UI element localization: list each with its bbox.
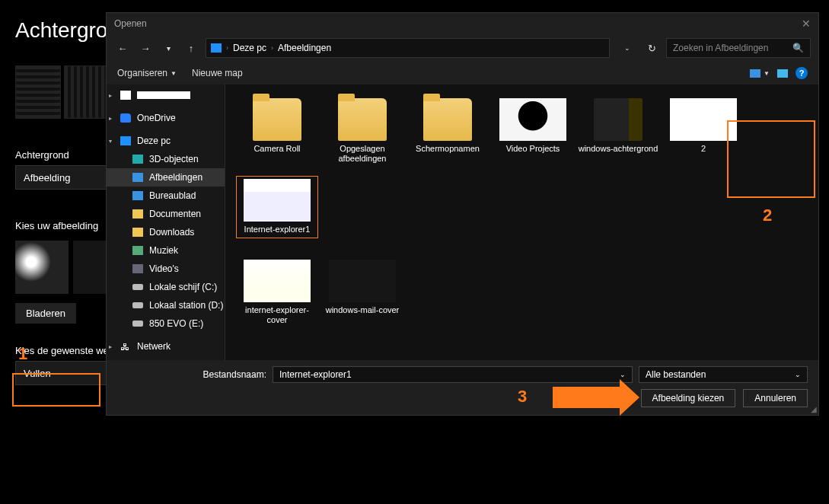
file-open-dialog: Openen ✕ ← → ▾ ↑ › Deze pc › Afbeeldinge… bbox=[106, 12, 819, 416]
image-thumbnail bbox=[244, 179, 311, 222]
nav-recent-button[interactable]: ▾ bbox=[160, 40, 177, 56]
quick-access-icon bbox=[120, 91, 131, 100]
expand-icon: ▸ bbox=[109, 115, 112, 122]
folder-icon bbox=[132, 228, 143, 237]
folder-icon bbox=[338, 98, 387, 141]
sidebar-tree: ▸ ▸OneDrive ▾Deze pc 3D-objecten Afbeeld… bbox=[107, 85, 225, 360]
organize-button[interactable]: Organiseren▼ bbox=[117, 68, 177, 78]
sidebar-3d-objects[interactable]: 3D-objecten bbox=[107, 150, 225, 168]
annotation-arrow-icon bbox=[553, 387, 621, 408]
expand-icon: ▸ bbox=[109, 92, 112, 99]
view-mode-button[interactable]: ▼ bbox=[750, 69, 770, 78]
video-icon bbox=[132, 264, 143, 273]
pc-icon bbox=[211, 43, 222, 53]
path-bar[interactable]: › Deze pc › Afbeeldingen bbox=[206, 38, 610, 58]
preview-pane-icon bbox=[777, 69, 788, 78]
dialog-body: ▸ ▸OneDrive ▾Deze pc 3D-objecten Afbeeld… bbox=[107, 85, 818, 360]
image-item[interactable]: internet-explorer-cover bbox=[236, 257, 318, 328]
folder-icon bbox=[423, 98, 472, 141]
folder-icon bbox=[132, 191, 143, 200]
sidebar-images[interactable]: Afbeeldingen bbox=[107, 168, 225, 187]
browse-button[interactable]: Bladeren bbox=[15, 303, 76, 324]
preview-tile bbox=[15, 65, 61, 119]
chevron-down-icon: ▼ bbox=[171, 70, 177, 77]
close-icon[interactable]: ✕ bbox=[802, 18, 811, 30]
help-icon[interactable]: ? bbox=[796, 67, 808, 79]
sidebar-videos[interactable]: Video's bbox=[107, 260, 225, 278]
file-list: Camera Roll Opgeslagen afbeeldingen Sche… bbox=[225, 85, 818, 360]
path-segment[interactable]: Afbeeldingen bbox=[278, 43, 331, 53]
folder-icon bbox=[132, 209, 143, 219]
drive-icon bbox=[132, 321, 143, 327]
sidebar-downloads[interactable]: Downloads bbox=[107, 223, 225, 241]
sidebar-this-pc[interactable]: ▾Deze pc bbox=[107, 132, 225, 150]
filename-input[interactable]: Internet-explorer1 ⌄ bbox=[273, 366, 633, 383]
dialog-title: Openen bbox=[114, 18, 147, 29]
dropdown-value: Vullen bbox=[24, 368, 51, 379]
sidebar-music[interactable]: Muziek bbox=[107, 241, 225, 260]
search-input[interactable]: Zoeken in Afbeeldingen 🔍 bbox=[666, 38, 811, 58]
choose-image-button[interactable]: Afbeelding kiezen bbox=[641, 389, 736, 407]
collapse-icon: ▾ bbox=[109, 138, 112, 145]
sidebar-drive-d[interactable]: Lokaal station (D:) bbox=[107, 296, 225, 314]
nav-back-button[interactable]: ← bbox=[114, 40, 131, 56]
path-segment[interactable]: Deze pc bbox=[233, 43, 266, 53]
folder-item[interactable]: Video Projects bbox=[492, 95, 574, 167]
view-icon bbox=[750, 69, 760, 78]
folder-item[interactable]: windows-achtergrond bbox=[577, 95, 659, 167]
dialog-footer: Bestandsnaam: Internet-explorer1 ⌄ Alle … bbox=[107, 360, 818, 415]
annotation-number-3: 3 bbox=[518, 387, 527, 407]
sidebar-drive-c[interactable]: Lokale schijf (C:) bbox=[107, 278, 225, 296]
drive-icon bbox=[132, 302, 143, 308]
dropdown-value: Afbeelding bbox=[24, 172, 70, 183]
folder-icon bbox=[132, 173, 143, 182]
folder-icon bbox=[594, 98, 642, 141]
image-item-selected[interactable]: Internet-explorer1 bbox=[236, 176, 318, 238]
filename-label: Bestandsnaam: bbox=[117, 369, 266, 380]
chevron-down-icon: ⌄ bbox=[620, 371, 626, 378]
folder-icon bbox=[253, 98, 301, 141]
sidebar-quick-access[interactable]: ▸ bbox=[107, 86, 225, 104]
annotation-number-2: 2 bbox=[763, 206, 772, 225]
sidebar-drive-e[interactable]: 850 EVO (E:) bbox=[107, 314, 225, 333]
pc-icon bbox=[120, 136, 131, 145]
preview-tile bbox=[64, 65, 110, 119]
search-placeholder: Zoeken in Afbeeldingen bbox=[673, 43, 768, 53]
sidebar-network[interactable]: ▸🖧Netwerk bbox=[107, 337, 225, 356]
sidebar-desktop[interactable]: Bureaublad bbox=[107, 187, 225, 205]
chevron-down-icon: ▼ bbox=[764, 70, 770, 77]
image-item[interactable]: 2 bbox=[662, 95, 745, 167]
sidebar-onedrive[interactable]: ▸OneDrive bbox=[107, 109, 225, 127]
sidebar-documents[interactable]: Documenten bbox=[107, 205, 225, 223]
dialog-titlebar: Openen ✕ bbox=[107, 13, 818, 34]
chevron-down-icon: ⌄ bbox=[795, 371, 801, 378]
folder-item[interactable]: Camera Roll bbox=[236, 95, 318, 167]
preview-pane-button[interactable] bbox=[777, 69, 788, 78]
image-thumbnail bbox=[329, 260, 396, 302]
resize-grip-icon[interactable]: ◢ bbox=[811, 405, 817, 413]
refresh-icon[interactable]: ↻ bbox=[643, 40, 660, 56]
new-folder-button[interactable]: Nieuwe map bbox=[192, 68, 243, 78]
folder-item[interactable]: Schermopnamen bbox=[407, 95, 489, 167]
folder-item[interactable]: Opgeslagen afbeeldingen bbox=[321, 95, 403, 167]
thumbnail[interactable] bbox=[15, 241, 69, 294]
path-dropdown-icon[interactable]: ⌄ bbox=[619, 40, 636, 56]
folder-icon bbox=[132, 155, 143, 164]
music-icon bbox=[132, 246, 143, 255]
file-filter-dropdown[interactable]: Alle bestanden ⌄ bbox=[639, 366, 808, 383]
image-item[interactable]: windows-mail-cover bbox=[321, 257, 403, 328]
search-icon: 🔍 bbox=[792, 43, 804, 53]
path-separator-icon: › bbox=[271, 44, 273, 52]
cancel-button[interactable]: Annuleren bbox=[743, 389, 808, 407]
path-separator-icon: › bbox=[226, 44, 228, 52]
nav-forward-button[interactable]: → bbox=[137, 40, 154, 56]
drive-icon bbox=[132, 284, 143, 290]
image-thumbnail bbox=[670, 98, 737, 141]
expand-icon: ▸ bbox=[109, 343, 112, 350]
cloud-icon bbox=[120, 113, 131, 123]
nav-up-button[interactable]: ↑ bbox=[183, 40, 199, 56]
network-icon: 🖧 bbox=[120, 342, 131, 351]
folder-icon bbox=[499, 98, 566, 141]
annotation-number-1: 1 bbox=[18, 344, 27, 364]
dialog-toolbar: Organiseren▼ Nieuwe map ▼ ? bbox=[107, 62, 818, 85]
